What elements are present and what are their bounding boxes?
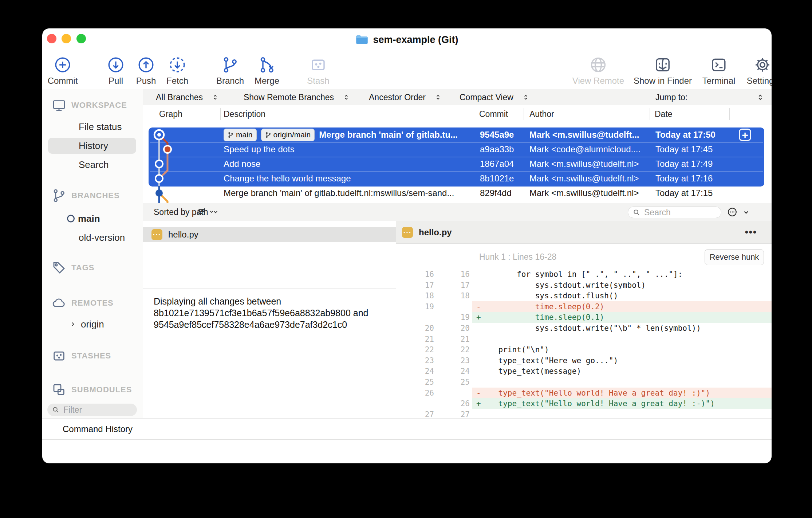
diff-line-17: 1717 sys.stdout.write(symbol) [396, 280, 772, 291]
column-divider[interactable] [650, 108, 650, 120]
commit-message-cell: mainorigin/mainMerge branch 'main' of gi… [224, 127, 478, 142]
commit-author: Mark <m.swillus@tudelft.nl> [529, 171, 650, 186]
diff-line-18: 1818 sys.stdout.flush() [396, 290, 772, 301]
sidebar-item-main[interactable]: main [78, 213, 100, 224]
updown-chevron-icon [756, 93, 764, 101]
diff-line-removed: 19- time.sleep(0.2) [396, 301, 772, 312]
commit-message: Speed up the dots [224, 144, 295, 154]
title-bar: sem-example (Git) [42, 28, 772, 51]
commit-row-8b1021e[interactable]: Change the hello world message8b1021eMar… [143, 171, 764, 186]
terminal-icon [710, 56, 728, 74]
section-label: BRANCHES [71, 191, 120, 200]
new-line-number: 19 [439, 312, 470, 323]
diff-file-name: hello.py [419, 227, 452, 238]
column-header-date[interactable]: Date [655, 105, 673, 123]
column-divider[interactable] [729, 108, 730, 120]
sidebar-section-remotes[interactable]: REMOTES [42, 296, 143, 310]
dropdown-show-remote-branches[interactable]: Show Remote Branches [244, 89, 350, 105]
code-text: sys.stdout.flush() [480, 290, 618, 301]
new-line-number: 17 [439, 280, 470, 291]
section-label: STASHES [71, 351, 111, 361]
commit-row-829f4dd[interactable]: Merge branch 'main' of gitlab.tudelft.nl… [143, 186, 764, 200]
column-divider[interactable] [524, 108, 524, 120]
updown-chevron-icon [434, 94, 442, 101]
add-tag-button[interactable]: + [739, 129, 751, 141]
toolbar-label: Stash [307, 76, 329, 86]
branch-badge-origin-main[interactable]: origin/main [261, 129, 315, 141]
column-divider[interactable] [475, 108, 475, 120]
sidebar-item-file-status[interactable]: File status [79, 121, 122, 133]
stash-icon [310, 56, 327, 74]
code-text: sys.stdout.write("\b" * len(symbol)) [480, 323, 701, 334]
view-mode-dropdown[interactable] [197, 207, 215, 216]
old-line-number: 26 [396, 388, 434, 399]
diff-line-22: 2222 print("\n") [396, 344, 772, 355]
column-header-description[interactable]: Description [224, 105, 265, 123]
old-line-number: 27 [396, 409, 434, 418]
sidebar-item-search[interactable]: Search [79, 159, 109, 170]
commit-date: Today at 17:16 [655, 171, 746, 186]
sidebar-section-stashes[interactable]: STASHES [42, 349, 143, 363]
more-options-icon[interactable] [727, 207, 738, 217]
sidebar-section-workspace[interactable]: WORKSPACE [42, 98, 143, 113]
sidebar-item-origin[interactable]: origin [81, 319, 104, 330]
badge-label: origin/main [273, 130, 311, 139]
chevron-right-icon[interactable] [69, 321, 76, 328]
commit-message-cell: Merge branch 'main' of gitlab.tudelft.nl… [224, 186, 478, 200]
sidebar-section-branches[interactable]: BRANCHES [42, 188, 143, 203]
new-line-number: 18 [439, 290, 470, 301]
finder-icon [654, 56, 671, 74]
diff-menu-icon[interactable]: ••• [745, 221, 757, 243]
sidebar-section-submodules[interactable]: SUBMODULES [42, 382, 143, 397]
column-header-graph[interactable]: Graph [159, 105, 182, 123]
diff-search-field[interactable] [628, 207, 721, 218]
column-divider[interactable] [220, 108, 221, 120]
commit-row-1867a04[interactable]: Add nose1867a04Mark <m.swillus@tudelft.n… [143, 157, 764, 171]
commit-message: Add nose [224, 159, 260, 169]
current-branch-icon [67, 215, 75, 223]
commit-message: Merge branch 'main' of gitlab.tudelft.nl… [224, 188, 454, 198]
arrow-down-dashed-circle-icon [169, 56, 186, 74]
new-line-number: 16 [439, 269, 470, 280]
dropdown-compact-view[interactable]: Compact View [460, 89, 529, 105]
main-toolbar: CommitPullPushFetchBranchMergeStash View… [42, 51, 772, 90]
new-line-number: 21 [439, 334, 470, 345]
search-icon [632, 208, 640, 216]
settings-button[interactable]: Settings [726, 51, 772, 86]
branch-badge-main[interactable]: main [224, 129, 257, 141]
commit-row-a9aa33b[interactable]: Speed up the dotsa9aa33bMark <code@alumn… [143, 142, 764, 157]
dropdown-all-branches[interactable]: All Branches [156, 89, 219, 105]
file-row-hello-py[interactable]: ··· hello.py [143, 227, 396, 242]
diff-line-added: 26+ type_text("Hello world! Have a great… [396, 398, 772, 409]
sidebar-filter-input[interactable] [63, 405, 133, 415]
old-line-number: 20 [396, 323, 434, 334]
commit-table-header: Graph Description Commit Author Date [143, 105, 772, 123]
command-history-bar[interactable]: Command History [42, 418, 772, 440]
commit-message: Merge branch 'main' of gitlab.tu... [319, 130, 458, 140]
options-chevron[interactable] [742, 208, 750, 216]
commit-row-9545a9e[interactable]: mainorigin/mainMerge branch 'main' of gi… [143, 127, 764, 142]
reverse-hunk-button[interactable]: Reverse hunk [705, 249, 764, 265]
code-text: print("\n") [480, 344, 549, 355]
app-window: sem-example (Git) CommitPullPushFetchBra… [42, 28, 772, 463]
new-line-number: 24 [439, 366, 470, 377]
commit-date: Today at 17:45 [655, 142, 746, 157]
branch-filter-bar: All BranchesShow Remote BranchesAncestor… [143, 89, 772, 106]
updown-chevron-icon [212, 94, 219, 101]
diff-line-23: 2323 type_text("Here we go...") [396, 355, 772, 366]
jump-to-dropdown[interactable] [756, 93, 764, 101]
sidebar-filter-field[interactable] [47, 404, 137, 416]
code-text: type_text("Hello world! Have a great day… [480, 398, 715, 409]
new-line-number: 20 [439, 323, 470, 334]
column-header-author[interactable]: Author [529, 105, 554, 123]
old-line-number: 19 [396, 301, 434, 312]
dropdown-ancestor-order[interactable]: Ancestor Order [369, 89, 442, 105]
commit-date: Today at 17:15 [655, 186, 746, 200]
diff-search-input[interactable] [643, 207, 717, 218]
sidebar-item-old-version[interactable]: old-version [79, 232, 125, 243]
section-label: REMOTES [71, 298, 114, 308]
divider [143, 289, 396, 289]
sidebar-section-tags[interactable]: TAGS [42, 260, 143, 275]
sidebar-item-history[interactable]: History [79, 140, 108, 152]
column-header-commit[interactable]: Commit [479, 105, 508, 123]
